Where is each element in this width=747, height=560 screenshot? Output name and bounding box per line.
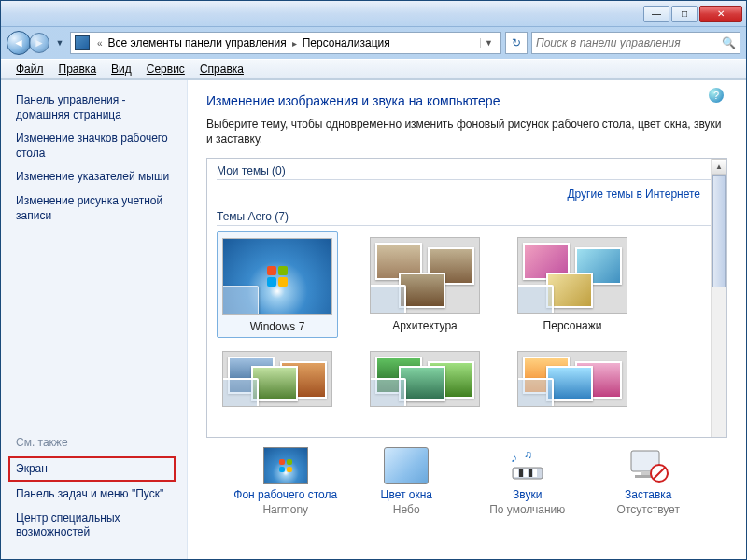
option-subtitle: Отсутствует xyxy=(588,503,710,516)
theme-partial-3[interactable] xyxy=(512,345,633,403)
close-button[interactable]: ✕ xyxy=(699,6,742,22)
theme-architecture[interactable]: Архитектура xyxy=(364,231,486,338)
option-screensaver[interactable]: Заставка Отсутствует xyxy=(588,447,710,516)
maximize-button[interactable]: □ xyxy=(671,6,698,22)
theme-row-1: Windows 7 Архитектура xyxy=(207,230,726,343)
window-frame: — □ ✕ ◄ ► ▼ « Все элементы панели управл… xyxy=(0,0,747,560)
svg-rect-9 xyxy=(641,471,650,475)
svg-rect-3 xyxy=(514,469,518,477)
theme-thumb-characters xyxy=(517,237,627,314)
scroll-up-button[interactable]: ▲ xyxy=(712,159,726,175)
scroll-thumb[interactable] xyxy=(712,175,726,287)
sidebar-home[interactable]: Панель управления - домашняя страница xyxy=(16,93,176,122)
option-desktop-background[interactable]: Фон рабочего стола Harmony xyxy=(225,447,346,516)
section-divider xyxy=(217,179,717,180)
sidebar-see-also-heading: См. также xyxy=(16,436,176,449)
theme-name-label: Windows 7 xyxy=(221,320,333,333)
aero-glass-icon xyxy=(517,285,554,314)
theme-partial-1[interactable] xyxy=(217,345,338,403)
address-bar[interactable]: « Все элементы панели управления ▸ Персо… xyxy=(70,32,501,54)
aero-glass-icon xyxy=(370,285,406,314)
theme-thumb-windows7 xyxy=(222,238,332,315)
nav-buttons: ◄ ► xyxy=(7,31,49,55)
breadcrumb-all-items[interactable]: Все элементы панели управления xyxy=(106,35,289,51)
theme-thumb-architecture xyxy=(370,237,480,314)
sidebar-item-account-picture[interactable]: Изменение рисунка учетной записи xyxy=(16,194,176,223)
sidebar: Панель управления - домашняя страница Из… xyxy=(1,80,188,559)
menu-view[interactable]: Вид xyxy=(104,61,139,77)
section-aero-themes: Темы Aero (7) xyxy=(207,204,726,225)
theme-windows7[interactable]: Windows 7 xyxy=(217,231,338,338)
themes-panel: ▲ Мои темы (0) Другие темы в Интернете Т… xyxy=(206,158,727,438)
section-my-themes: Мои темы (0) xyxy=(207,159,726,179)
option-title: Звуки xyxy=(467,488,588,501)
theme-partial-2[interactable] xyxy=(364,345,486,403)
section-divider-2 xyxy=(217,225,717,226)
option-subtitle: Небо xyxy=(346,503,468,516)
page-title: Изменение изображения и звука на компьют… xyxy=(206,93,727,108)
search-input[interactable] xyxy=(536,36,722,49)
option-title: Цвет окна xyxy=(346,488,468,501)
minimize-button[interactable]: — xyxy=(643,6,669,22)
option-subtitle: Harmony xyxy=(225,503,346,516)
page-description: Выберите тему, чтобы одновременно измени… xyxy=(206,118,727,147)
screensaver-icon xyxy=(626,447,670,484)
control-panel-icon xyxy=(75,35,90,50)
theme-thumb xyxy=(517,351,627,407)
content-area: Панель управления - домашняя страница Из… xyxy=(1,79,746,559)
personalization-options: Фон рабочего стола Harmony Цвет окна Неб… xyxy=(206,438,727,516)
history-dropdown[interactable]: ▼ xyxy=(53,38,66,48)
forward-button[interactable]: ► xyxy=(29,33,49,53)
svg-rect-6 xyxy=(529,469,532,477)
svg-rect-4 xyxy=(519,469,523,477)
option-title: Заставка xyxy=(588,488,710,501)
sidebar-item-desktop-icons[interactable]: Изменение значков рабочего стола xyxy=(16,132,176,161)
menu-file[interactable]: Файл xyxy=(8,61,51,77)
menu-tools[interactable]: Сервис xyxy=(139,61,192,77)
titlebar: — □ ✕ xyxy=(1,1,746,27)
help-icon[interactable]: ? xyxy=(709,88,724,103)
menu-edit[interactable]: Правка xyxy=(51,61,105,77)
theme-name-label: Персонажи xyxy=(515,319,629,332)
more-themes-online-link[interactable]: Другие темы в Интернете xyxy=(207,184,726,204)
breadcrumb-chevron-start: « xyxy=(97,38,103,49)
svg-rect-5 xyxy=(524,469,528,477)
option-title: Фон рабочего стола xyxy=(225,488,346,501)
theme-characters[interactable]: Персонажи xyxy=(512,231,633,338)
option-sounds[interactable]: ♪♫ Звуки По умолчанию xyxy=(467,447,588,516)
aero-glass-icon xyxy=(222,286,259,315)
svg-rect-7 xyxy=(533,469,537,477)
window-color-icon xyxy=(384,447,429,484)
menu-help[interactable]: Справка xyxy=(192,61,251,77)
refresh-button[interactable]: ↻ xyxy=(505,32,528,54)
option-subtitle: По умолчанию xyxy=(467,503,588,516)
theme-row-2 xyxy=(207,343,726,409)
sidebar-also-ease-of-access[interactable]: Центр специальных возможностей xyxy=(16,511,176,540)
desktop-background-icon xyxy=(263,447,308,484)
sidebar-also-display[interactable]: Экран xyxy=(8,456,176,483)
breadcrumb-sep: ▸ xyxy=(292,38,297,49)
theme-name-label: Архитектура xyxy=(368,319,482,332)
theme-thumb xyxy=(370,351,480,407)
sidebar-also-taskbar[interactable]: Панель задач и меню "Пуск" xyxy=(16,487,176,502)
aero-glass-icon xyxy=(517,378,554,407)
sidebar-spacer xyxy=(16,232,176,435)
search-icon[interactable]: 🔍 xyxy=(722,36,736,49)
theme-thumb xyxy=(222,351,332,407)
back-button[interactable]: ◄ xyxy=(7,31,31,55)
svg-text:♫: ♫ xyxy=(524,448,532,461)
sounds-icon: ♪♫ xyxy=(505,447,550,484)
sidebar-item-mouse-pointers[interactable]: Изменение указателей мыши xyxy=(16,170,176,185)
svg-text:♪: ♪ xyxy=(511,450,517,465)
scrollbar[interactable]: ▲ xyxy=(711,159,726,437)
address-row: ◄ ► ▼ « Все элементы панели управления ▸… xyxy=(1,27,746,59)
windows-logo-icon xyxy=(267,266,288,287)
breadcrumb-personalization[interactable]: Персонализация xyxy=(301,35,392,51)
address-dropdown[interactable]: ▼ xyxy=(480,38,497,48)
aero-glass-icon xyxy=(222,378,259,407)
aero-glass-icon xyxy=(370,378,406,407)
option-window-color[interactable]: Цвет окна Небо xyxy=(346,447,468,516)
search-box[interactable]: 🔍 xyxy=(531,32,740,54)
menubar: Файл Правка Вид Сервис Справка xyxy=(1,59,746,79)
windows-logo-icon xyxy=(279,459,292,472)
